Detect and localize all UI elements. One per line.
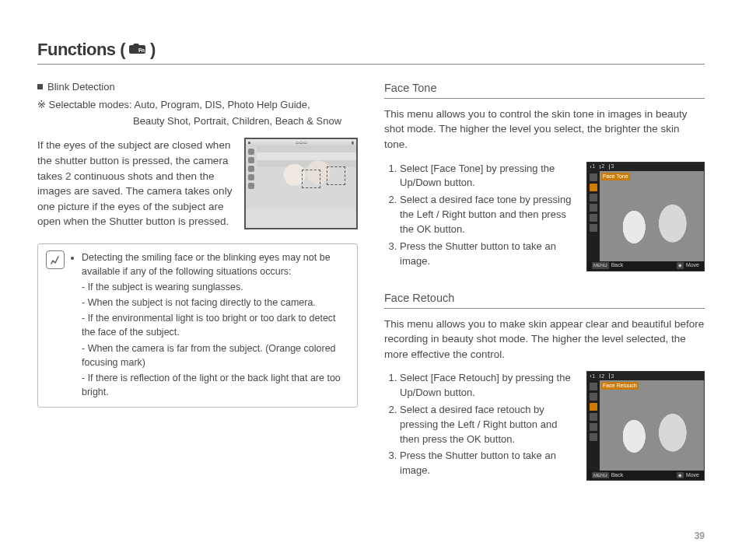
menu-key-icon: MENU (592, 472, 609, 479)
square-bullet-icon (37, 84, 43, 89)
osd-label: Face Retouch (601, 382, 639, 390)
note-item: When the subject is not facing directly … (82, 296, 349, 310)
osd-photo: Face Retouch (600, 380, 704, 471)
face-tone-steps: Select [Face Tone] by pressing the Up/Do… (384, 162, 579, 271)
right-column: Face Tone This menu allows you to contro… (384, 80, 705, 499)
menu-key-icon: MENU (592, 262, 609, 269)
level-icon: 2 (600, 163, 604, 170)
osd-move-label: Move (686, 261, 699, 269)
level-icon: 2 (600, 373, 604, 380)
level-icon: 3 (609, 163, 614, 170)
selectable-modes: ※ Selectable modes: Auto, Program, DIS, … (37, 98, 358, 113)
note-item: If there is reflection of the light or t… (82, 371, 349, 399)
step-item: Select [Face Tone] by pressing the Up/Do… (400, 162, 579, 191)
osd-sidebar (587, 171, 600, 261)
osd-menu-item-selected (590, 184, 597, 191)
face-focus-box (302, 170, 320, 188)
osd-menu-item (590, 413, 597, 421)
thumb-photo (257, 146, 356, 208)
osd-menu-item (590, 423, 597, 431)
osd-menu-item (590, 383, 597, 390)
step-item: Select [Face Retouch] by pressing the Up… (400, 371, 579, 401)
page-number: 39 (695, 530, 705, 543)
step-item: Select a desired face retouch by pressin… (400, 403, 579, 447)
osd-menu-item (590, 173, 597, 181)
face-retouch-desc: This menu allows you to make skin appear… (384, 317, 705, 362)
side-icon (248, 166, 254, 172)
osd-move: ◆ Move (677, 471, 699, 479)
title-suffix: ) (150, 37, 156, 62)
mode-icon: ◙ (248, 140, 250, 145)
note-item: If the subject is wearing sunglasses. (82, 280, 349, 294)
osd-back-label: Back (611, 471, 624, 479)
dpad-key-icon: ◆ (677, 262, 684, 269)
osd-menu-item (590, 204, 597, 212)
dpad-key-icon: ◆ (677, 472, 684, 479)
face-tone-desc: This menu allows you to control the skin… (384, 107, 705, 152)
osd-menu-item (590, 214, 597, 222)
note-item: When the camera is far from the subject.… (82, 341, 349, 369)
osd-level-bar: 1 2 3 (587, 372, 704, 380)
thumb-top-icons: ◙ ▭▭▭ ▮ (246, 139, 356, 146)
face-tone-heading: Face Tone (384, 80, 705, 99)
thumb-side-icons (246, 146, 257, 208)
osd-level-bar: 1 2 3 (587, 163, 704, 171)
counter-icon: ▭▭▭ (296, 140, 307, 145)
face-retouch-heading: Face Retouch (384, 290, 705, 309)
camera-preview-thumbnail: ◙ ▭▭▭ ▮ (244, 138, 358, 229)
osd-menu-item (590, 224, 597, 232)
note-intro: Detecting the smiling face or the blinki… (82, 252, 331, 277)
side-icon (248, 149, 254, 155)
osd-menu-item (590, 433, 597, 441)
svg-text:Fn: Fn (138, 47, 145, 53)
note-content: Detecting the smiling face or the blinki… (71, 250, 349, 401)
level-icon: 1 (590, 373, 595, 380)
side-icon (248, 183, 254, 189)
side-icon (248, 174, 254, 180)
osd-move-label: Move (686, 471, 699, 479)
face-focus-box (327, 166, 345, 185)
modes-label: ※ Selectable modes: (37, 99, 132, 110)
osd-back: MENU Back (592, 261, 623, 269)
face-tone-osd: 1 2 3 Face (586, 162, 705, 271)
osd-back: MENU Back (592, 471, 623, 479)
note-item: If the environmental light is too bright… (82, 311, 349, 339)
blink-body-text: If the eyes of the subject are closed wh… (37, 138, 235, 229)
face-retouch-osd: 1 2 3 Face (586, 371, 705, 481)
osd-label: Face Tone (601, 173, 630, 180)
page-title-row: Functions ( Fn ) (37, 37, 705, 65)
face-retouch-steps: Select [Face Retouch] by pressing the Up… (384, 371, 579, 481)
camera-fn-icon: Fn (128, 37, 147, 62)
note-box: Detecting the smiling face or the blinki… (37, 243, 358, 408)
step-item: Select a desired face tone by pressing t… (400, 193, 579, 237)
blink-detection-heading: Blink Detection (37, 80, 358, 95)
osd-bottom-bar: MENU Back ◆ Move (587, 261, 704, 271)
side-icon (248, 157, 254, 163)
step-item: Press the Shutter button to take an imag… (400, 240, 579, 269)
title-prefix: Functions ( (37, 37, 125, 62)
note-icon (46, 250, 65, 269)
osd-bottom-bar: MENU Back ◆ Move (587, 471, 704, 480)
left-column: Blink Detection ※ Selectable modes: Auto… (37, 80, 358, 499)
page-title: Functions ( Fn ) (37, 37, 156, 62)
battery-icon: ▮ (352, 140, 354, 145)
osd-sidebar (587, 380, 600, 471)
modes-line2: Beauty Shot, Portrait, Children, Beach &… (133, 114, 341, 129)
step-item: Press the Shutter button to take an imag… (400, 449, 579, 478)
osd-menu-item (590, 393, 597, 401)
osd-move: ◆ Move (677, 261, 699, 269)
blink-heading-text: Blink Detection (47, 80, 115, 95)
osd-menu-item-selected (590, 403, 597, 411)
osd-photo: Face Tone (600, 171, 704, 261)
osd-back-label: Back (611, 261, 624, 269)
modes-line1: Auto, Program, DIS, Photo Help Guide, (134, 99, 310, 110)
osd-menu-item (590, 194, 597, 201)
level-icon: 3 (609, 373, 614, 380)
level-icon: 1 (590, 163, 595, 170)
